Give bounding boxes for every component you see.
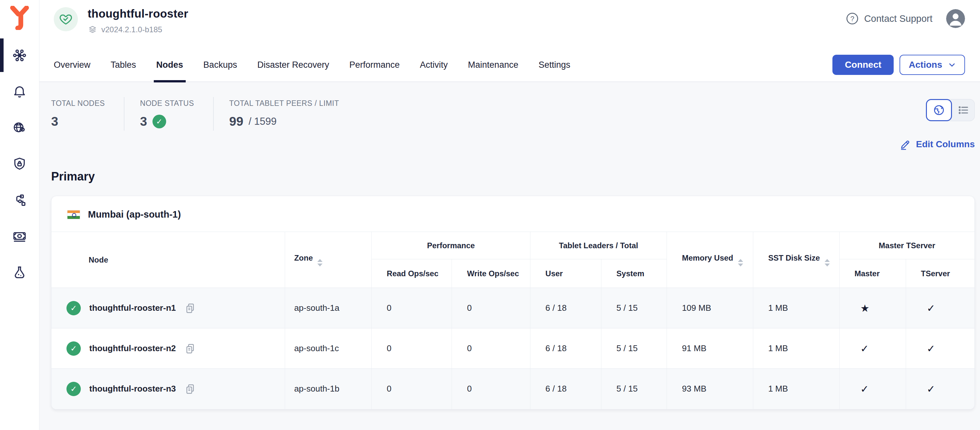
table-row-node-3: ✓ thoughtful-rooster-n3 ap-south-1b 0 0 [51,369,974,409]
column-header-zone-label: Zone [294,253,313,262]
tab-disaster-recovery[interactable]: Disaster Recovery [258,48,329,82]
alerts-bell-icon [12,84,27,99]
node-cell: ✓ thoughtful-rooster-n1 [51,288,285,328]
system-tablets-cell: 5 / 15 [601,328,667,369]
sidebar-item-network[interactable] [0,110,39,146]
sort-arrows-icon[interactable] [825,259,830,266]
user-tablets-cell: 6 / 18 [530,288,601,328]
stat-label: TOTAL TABLET PEERS / LIMIT [229,99,339,108]
security-shield-icon [12,156,27,171]
column-header-tserver[interactable]: TServer [906,259,974,288]
edit-columns-row: Edit Columns [51,139,975,150]
column-header-write-ops[interactable]: Write Ops/sec [452,259,530,288]
column-group-performance: Performance [372,232,530,259]
region-card: Mumbai (ap-south-1) Node Zone [51,196,975,409]
integrations-flow-icon [12,193,27,207]
tserver-check-icon: ✓ [906,369,974,409]
billing-icon [12,229,27,244]
main-area: thoughtful-rooster v2024.2.1.0-b185 ? [40,0,980,430]
cluster-icon [12,48,27,63]
copy-icon[interactable] [185,302,196,314]
tab-activity[interactable]: Activity [420,48,448,82]
node-status-count: 3 [140,114,147,129]
stat-node-status: NODE STATUS 3 ✓ [124,97,213,131]
actions-button[interactable]: Actions [899,55,965,75]
memory-cell: 109 MB [667,288,753,328]
topbar-right: ? Contact Support [845,9,965,28]
sidebar-item-labs[interactable] [0,254,39,290]
sidebar-item-alerts[interactable] [0,73,39,110]
list-view-toggle[interactable] [949,99,975,121]
region-header: Mumbai (ap-south-1) [51,196,974,232]
stat-label: NODE STATUS [140,99,194,108]
cluster-health-badge [54,7,78,31]
tab-settings[interactable]: Settings [539,48,571,82]
version-label: v2024.2.1.0-b185 [101,25,162,34]
view-toggle [926,99,975,121]
read-ops-cell: 0 [372,288,452,328]
sst-cell: 1 MB [753,288,839,328]
tablet-peers-limit: / 1599 [248,116,277,127]
write-ops-cell: 0 [452,369,530,409]
tserver-check-icon: ✓ [906,288,974,328]
tab-tables[interactable]: Tables [111,48,136,82]
svg-text:?: ? [850,15,854,23]
master-check-icon: ✓ [839,369,906,409]
version-row: v2024.2.1.0-b185 [88,25,188,35]
labs-flask-icon [12,265,27,280]
node-name-link[interactable]: thoughtful-rooster-n2 [89,343,176,354]
column-header-memory[interactable]: Memory Used [667,232,753,288]
copy-icon[interactable] [185,383,196,395]
version-layers-icon [88,25,97,35]
stat-label: TOTAL NODES [51,99,105,108]
sidebar-item-security[interactable] [0,146,39,182]
column-header-sst[interactable]: SST Disk Size [753,232,839,288]
actions-button-label: Actions [908,60,942,70]
sst-cell: 1 MB [753,369,839,409]
cluster-tabs: Overview Tables Nodes Backups Disaster R… [40,48,980,82]
column-header-read-ops[interactable]: Read Ops/sec [372,259,452,288]
column-group-tablet-leaders: Tablet Leaders / Total [530,232,667,259]
sidebar-item-clusters[interactable] [0,37,39,73]
chevron-down-icon [948,61,956,69]
column-header-user[interactable]: User [530,259,601,288]
edit-columns-button[interactable]: Edit Columns [899,139,975,150]
topbar: thoughtful-rooster v2024.2.1.0-b185 ? [40,0,980,48]
tab-nodes[interactable]: Nodes [156,48,183,82]
contact-support-link[interactable]: ? Contact Support [845,12,932,25]
contact-support-label: Contact Support [864,13,932,24]
column-header-node[interactable]: Node [51,232,285,288]
tab-performance[interactable]: Performance [349,48,400,82]
write-ops-cell: 0 [452,288,530,328]
map-view-toggle[interactable] [926,99,952,121]
sidebar-item-billing[interactable] [0,218,39,254]
yugabyte-logo-icon [9,6,30,30]
user-avatar[interactable] [946,9,965,28]
column-header-master[interactable]: Master [839,259,906,288]
tab-maintenance[interactable]: Maintenance [468,48,519,82]
sidebar-nav [0,37,39,290]
stat-value: 3 [51,114,105,129]
node-cell: ✓ thoughtful-rooster-n3 [51,369,285,409]
region-title: Mumbai (ap-south-1) [88,209,181,220]
zone-cell: ap-south-1c [285,328,371,369]
node-name-link[interactable]: thoughtful-rooster-n3 [89,384,176,394]
tab-overview[interactable]: Overview [54,48,91,82]
connect-button[interactable]: Connect [832,55,894,75]
user-tablets-cell: 6 / 18 [530,369,601,409]
section-title: Primary [51,170,975,183]
sort-arrows-icon[interactable] [317,259,323,266]
stat-value: 99 / 1599 [229,114,339,129]
node-healthy-icon: ✓ [67,301,81,315]
cluster-title-block: thoughtful-rooster v2024.2.1.0-b185 [88,5,188,35]
tablet-peers-count: 99 [229,114,243,129]
tab-backups[interactable]: Backups [203,48,237,82]
column-header-zone[interactable]: Zone [285,232,371,288]
zone-cell: ap-south-1a [285,288,371,328]
sidebar-item-integrations[interactable] [0,182,39,218]
column-header-sst-label: SST Disk Size [768,253,820,262]
copy-icon[interactable] [185,343,196,354]
sort-arrows-icon[interactable] [738,259,743,266]
node-name-link[interactable]: thoughtful-rooster-n1 [89,303,176,313]
column-header-system[interactable]: System [601,259,667,288]
